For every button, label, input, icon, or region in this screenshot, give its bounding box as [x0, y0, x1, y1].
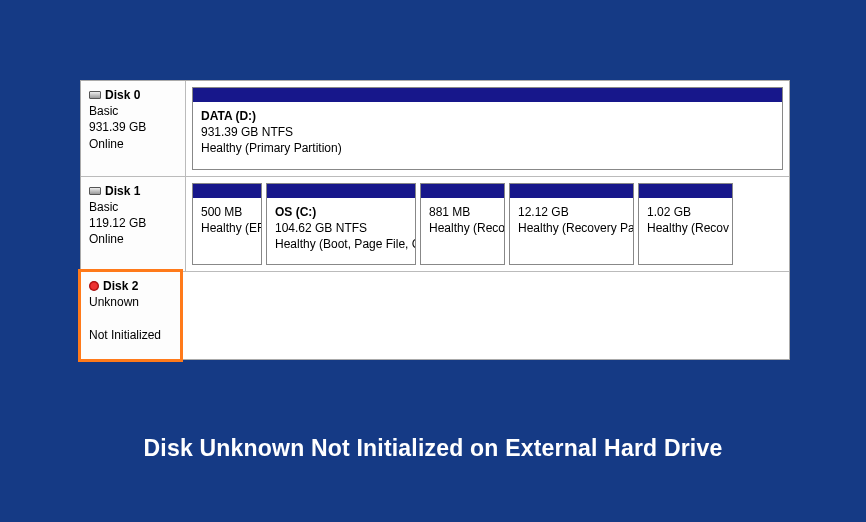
disk-size: 119.12 GB	[89, 215, 177, 231]
disk-type: Basic	[89, 103, 177, 119]
disk-type: Basic	[89, 199, 177, 215]
volume-size: 931.39 GB NTFS	[201, 124, 774, 140]
volume-status: Healthy (Recovery Pa	[518, 220, 625, 236]
disk-name: Disk 1	[105, 183, 140, 199]
volume-body: 1.02 GBHealthy (Recov	[639, 198, 732, 248]
volume-status: Healthy (EFI	[201, 220, 253, 236]
volume-status: Healthy (Primary Partition)	[201, 140, 774, 156]
volume-size: 12.12 GB	[518, 204, 625, 220]
page-caption: Disk Unknown Not Initialized on External…	[0, 435, 866, 462]
volume-area: DATA (D:)931.39 GB NTFSHealthy (Primary …	[186, 81, 789, 176]
disk-info[interactable]: Disk 1Basic119.12 GBOnline	[81, 177, 186, 272]
disk-type: Unknown	[89, 294, 172, 310]
volume-status: Healthy (Reco	[429, 220, 496, 236]
volume-size: 881 MB	[429, 204, 496, 220]
disk-error-icon	[89, 281, 99, 291]
volume-body: 500 MBHealthy (EFI	[193, 198, 261, 248]
disk-row[interactable]: Disk 1Basic119.12 GBOnline500 MBHealthy …	[81, 177, 789, 273]
disk-size: 931.39 GB	[89, 119, 177, 135]
disk-name: Disk 2	[103, 278, 138, 294]
disk-row[interactable]: Disk 0Basic931.39 GBOnlineDATA (D:)931.3…	[81, 81, 789, 177]
disk-status: Not Initialized	[89, 327, 172, 343]
volume-header-bar	[421, 184, 504, 198]
volume-body: 12.12 GBHealthy (Recovery Pa	[510, 198, 633, 248]
volume-size: 1.02 GB	[647, 204, 724, 220]
disk-name: Disk 0	[105, 87, 140, 103]
volume[interactable]: 500 MBHealthy (EFI	[192, 183, 262, 266]
volume[interactable]: 12.12 GBHealthy (Recovery Pa	[509, 183, 634, 266]
volume-size: 104.62 GB NTFS	[275, 220, 407, 236]
disk-info[interactable]: Disk 2Unknown Not Initialized	[78, 269, 183, 362]
disk-icon	[89, 91, 101, 99]
volume-status: Healthy (Boot, Page File, C	[275, 236, 407, 252]
volume-title: DATA (D:)	[201, 108, 774, 124]
volume-header-bar	[267, 184, 415, 198]
volume-header-bar	[639, 184, 732, 198]
volume-header-bar	[193, 184, 261, 198]
volume[interactable]: OS (C:)104.62 GB NTFSHealthy (Boot, Page…	[266, 183, 416, 266]
volume-status: Healthy (Recov	[647, 220, 724, 236]
disk-row[interactable]: Disk 2Unknown Not Initialized	[81, 272, 789, 359]
volume-body: OS (C:)104.62 GB NTFSHealthy (Boot, Page…	[267, 198, 415, 265]
volume-title: OS (C:)	[275, 204, 407, 220]
disk-status: Online	[89, 136, 177, 152]
volume-body: 881 MBHealthy (Reco	[421, 198, 504, 248]
volume-area: 500 MBHealthy (EFIOS (C:)104.62 GB NTFSH…	[186, 177, 789, 272]
volume-size: 500 MB	[201, 204, 253, 220]
disk-status: Online	[89, 231, 177, 247]
volume[interactable]: DATA (D:)931.39 GB NTFSHealthy (Primary …	[192, 87, 783, 170]
disk-management-panel: Disk 0Basic931.39 GBOnlineDATA (D:)931.3…	[80, 80, 790, 360]
volume[interactable]: 1.02 GBHealthy (Recov	[638, 183, 733, 266]
disk-name-line: Disk 1	[89, 183, 177, 199]
disk-icon	[89, 187, 101, 195]
volume-header-bar	[510, 184, 633, 198]
volume-area	[180, 272, 789, 359]
volume[interactable]: 881 MBHealthy (Reco	[420, 183, 505, 266]
volume-body: DATA (D:)931.39 GB NTFSHealthy (Primary …	[193, 102, 782, 169]
disk-info[interactable]: Disk 0Basic931.39 GBOnline	[81, 81, 186, 176]
disk-name-line: Disk 2	[89, 278, 172, 294]
disk-name-line: Disk 0	[89, 87, 177, 103]
volume-header-bar	[193, 88, 782, 102]
